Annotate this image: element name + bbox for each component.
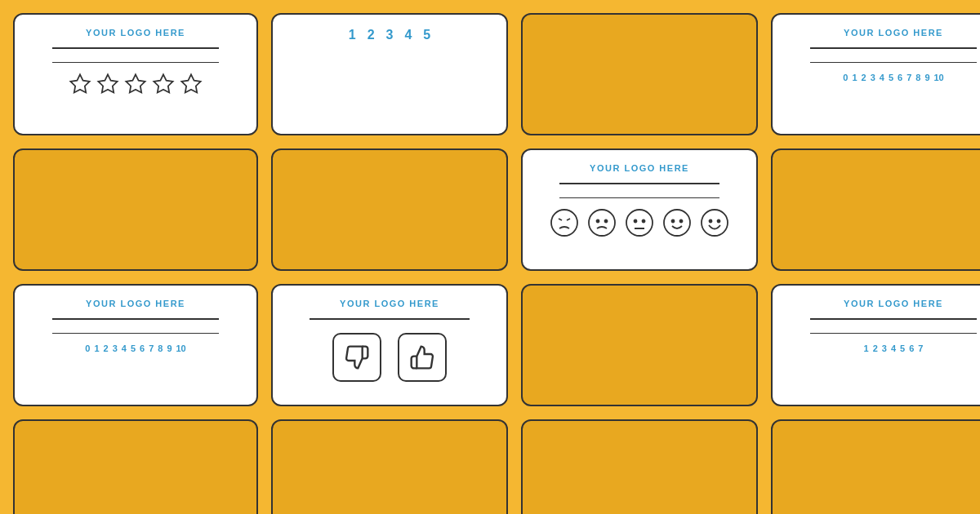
logo-text-3: YOUR LOGO HERE <box>86 299 185 308</box>
scale-1-5: 1 2 3 4 5 <box>349 28 431 42</box>
scale-1-7: 1 2 3 4 5 6 7 <box>864 343 924 353</box>
emoji-scale <box>550 208 729 237</box>
star-4 <box>152 73 175 95</box>
logo-text-5: YOUR LOGO HERE <box>590 163 689 173</box>
svg-point-8 <box>589 210 615 236</box>
divider-5 <box>52 318 220 320</box>
svg-point-12 <box>635 220 637 223</box>
card-gold-6 <box>521 284 758 406</box>
svg-point-9 <box>597 220 599 223</box>
emoji-very-happy <box>700 208 729 237</box>
svg-line-6 <box>559 219 562 220</box>
divider-13 <box>810 318 978 320</box>
main-grid: YOUR LOGO HERE <box>0 0 980 514</box>
svg-marker-1 <box>98 74 117 92</box>
logo-text-7: YOUR LOGO HERE <box>844 299 943 308</box>
logo-text-1: YOUR LOGO HERE <box>86 28 185 38</box>
svg-point-11 <box>626 210 653 236</box>
emoji-angry <box>550 208 579 237</box>
divider-10 <box>559 197 720 199</box>
thumbs-up-button[interactable] <box>398 333 447 382</box>
divider-11 <box>810 47 978 49</box>
divider-12 <box>810 62 978 64</box>
logo-text-6: YOUR LOGO HERE <box>844 28 943 38</box>
divider-6 <box>52 333 220 335</box>
thumb-buttons <box>332 333 447 382</box>
svg-point-13 <box>643 220 645 223</box>
card-gold-3 <box>271 148 508 271</box>
svg-point-16 <box>672 220 675 223</box>
scale-0-10-a: 0 1 2 3 4 5 6 7 8 9 10 <box>85 343 186 353</box>
svg-point-19 <box>710 220 712 223</box>
thumbs-down-button[interactable] <box>332 333 381 382</box>
card-logo-scale-1-7: YOUR LOGO HERE 1 2 3 4 5 6 7 <box>771 284 980 406</box>
star-5 <box>180 73 203 95</box>
card-logo-emoji: YOUR LOGO HERE <box>521 148 758 271</box>
emoji-happy <box>662 208 692 237</box>
card-logo-thumbs: YOUR LOGO HERE <box>271 284 508 406</box>
svg-marker-2 <box>126 74 145 92</box>
svg-marker-0 <box>70 74 89 92</box>
emoji-neutral <box>625 208 654 237</box>
logo-text-4: YOUR LOGO HERE <box>340 299 439 308</box>
divider-1 <box>52 47 220 49</box>
svg-point-10 <box>605 220 608 223</box>
svg-point-15 <box>664 210 690 236</box>
card-gold-8 <box>771 148 980 271</box>
card-gold-5 <box>521 13 758 135</box>
card-gold-7 <box>521 419 758 514</box>
svg-point-5 <box>551 210 577 236</box>
star-rating <box>69 73 203 95</box>
star-1 <box>69 73 91 95</box>
card-gold-4 <box>271 419 508 514</box>
card-logo-scale-0-10-a: YOUR LOGO HERE 0 1 2 3 4 5 6 7 8 9 10 <box>13 284 258 406</box>
card-logo-stars: YOUR LOGO HERE <box>13 13 258 135</box>
svg-marker-3 <box>154 74 172 92</box>
svg-point-18 <box>702 210 728 236</box>
svg-marker-4 <box>181 74 200 92</box>
star-3 <box>124 73 147 95</box>
divider-9 <box>559 183 720 184</box>
scale-0-10-b: 0 1 2 3 4 5 6 7 8 9 10 <box>843 73 944 82</box>
card-scale-1-5: 1 2 3 4 5 <box>271 13 508 135</box>
divider-7 <box>310 318 470 320</box>
card-gold-1 <box>13 148 258 271</box>
card-gold-9 <box>771 419 980 514</box>
emoji-sad <box>587 208 617 237</box>
card-logo-scale-0-10-b: YOUR LOGO HERE 0 1 2 3 4 5 6 7 8 9 10 <box>771 13 980 135</box>
svg-line-7 <box>567 219 570 220</box>
divider-14 <box>810 333 978 335</box>
svg-point-20 <box>718 220 720 223</box>
svg-point-17 <box>680 220 683 223</box>
star-2 <box>96 73 119 95</box>
card-gold-2 <box>13 419 258 514</box>
divider-2 <box>52 62 220 64</box>
